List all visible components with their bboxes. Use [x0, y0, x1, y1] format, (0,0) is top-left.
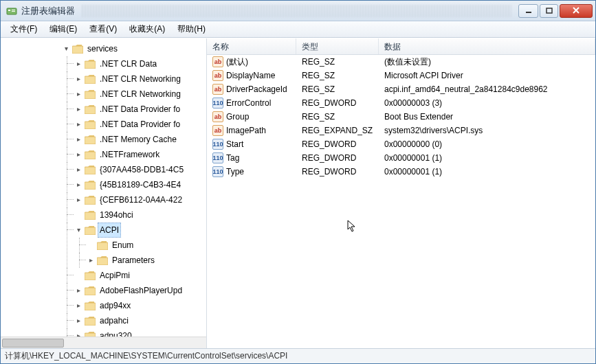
- svg-rect-10: [85, 76, 96, 84]
- expander-icon[interactable]: ▾: [75, 227, 82, 234]
- expander-icon[interactable]: ▸: [75, 91, 82, 98]
- tree-node-label[interactable]: Enum: [110, 238, 135, 253]
- tree-node[interactable]: ▸.NETFramework: [75, 147, 206, 162]
- titlebar[interactable]: 注册表编辑器: [1, 1, 595, 21]
- expander-icon[interactable]: ▸: [75, 181, 82, 189]
- value-row[interactable]: abImagePathREG_EXPAND_SZsystem32\drivers…: [207, 124, 595, 137]
- column-type-header[interactable]: 类型: [296, 38, 379, 54]
- expander-icon[interactable]: ▸: [75, 76, 82, 83]
- folder-icon: [85, 196, 96, 205]
- tree-node-label[interactable]: {45B18189-C4B3-4E4: [98, 177, 183, 192]
- tree-node[interactable]: ▸{CEFB6112-0A4A-422: [75, 192, 206, 207]
- menu-edit[interactable]: 编辑(E): [44, 21, 82, 37]
- tree-node-label[interactable]: adpu320: [98, 328, 134, 337]
- tree-node-label[interactable]: .NET Data Provider fo: [98, 102, 182, 117]
- tree-node-root[interactable]: ▾services: [63, 41, 206, 56]
- tree-node-label[interactable]: .NET CLR Data: [98, 56, 159, 71]
- tree-node[interactable]: ▸{45B18189-C4B3-4E4: [75, 177, 206, 192]
- folder-icon: [85, 211, 96, 220]
- tree-node[interactable]: ▸Parameters: [87, 253, 206, 268]
- expander-icon[interactable]: ▸: [75, 196, 82, 204]
- value-type: REG_SZ: [299, 84, 382, 94]
- tree-node[interactable]: ▸.NET Data Provider fo: [75, 117, 206, 132]
- tree-node[interactable]: ▸.NET CLR Networking: [75, 71, 206, 87]
- dword-value-icon: 110: [212, 166, 223, 177]
- list-body[interactable]: ab(默认)REG_SZ(数值未设置)abDisplayNameREG_SZMi…: [207, 55, 595, 348]
- expander-icon[interactable]: ▸: [75, 151, 82, 159]
- tree-node[interactable]: ▸AdobeFlashPlayerUpd: [75, 283, 206, 298]
- value-row[interactable]: ab(默认)REG_SZ(数值未设置): [207, 55, 595, 69]
- status-path: 计算机\HKEY_LOCAL_MACHINE\SYSTEM\CurrentCon…: [5, 350, 287, 362]
- maximize-button[interactable]: [540, 4, 558, 18]
- menu-help[interactable]: 帮助(H): [172, 21, 211, 37]
- window-buttons: [518, 4, 593, 18]
- tree-node-label[interactable]: {307AA458-DDB1-4C5: [98, 162, 186, 177]
- tree-node-label[interactable]: services: [85, 41, 120, 56]
- expander-icon[interactable]: ▸: [75, 317, 82, 325]
- value-type: REG_SZ: [299, 57, 382, 67]
- expander-icon[interactable]: ▸: [75, 287, 82, 295]
- tree-node[interactable]: ▾ACPI: [75, 223, 206, 238]
- svg-rect-9: [85, 61, 96, 69]
- value-row[interactable]: abDriverPackageIdREG_SZacpi.inf_amd64_ne…: [207, 82, 595, 96]
- horizontal-scrollbar[interactable]: [1, 337, 206, 348]
- tree-node-label[interactable]: .NET CLR Networking: [98, 87, 183, 102]
- menu-favorites[interactable]: 收藏夹(A): [124, 21, 170, 37]
- tree-node-label[interactable]: ACPI: [98, 223, 121, 238]
- expander-icon[interactable]: ▸: [75, 121, 82, 128]
- tree-node-label[interactable]: Parameters: [110, 253, 157, 268]
- svg-rect-22: [97, 258, 108, 265]
- tree-node[interactable]: ▸.NET CLR Data: [75, 56, 206, 71]
- value-row[interactable]: 110TagREG_DWORD0x00000001 (1): [207, 151, 595, 165]
- tree-node-label[interactable]: adp94xx: [98, 298, 133, 313]
- expander-icon[interactable]: ▸: [75, 106, 82, 113]
- expander-icon[interactable]: ▾: [63, 45, 70, 53]
- expander-icon[interactable]: ▸: [75, 136, 82, 144]
- tree-node-label[interactable]: adpahci: [98, 313, 131, 328]
- value-row[interactable]: 110TypeREG_DWORD0x00000001 (1): [207, 165, 595, 179]
- tree-node-label[interactable]: AcpiPmi: [98, 268, 132, 283]
- expander-icon[interactable]: ▸: [87, 257, 95, 264]
- value-row[interactable]: abGroupREG_SZBoot Bus Extender: [207, 110, 595, 124]
- tree-node[interactable]: ▸adp94xx: [75, 298, 206, 313]
- tree-node-label[interactable]: {CEFB6112-0A4A-422: [98, 192, 184, 207]
- tree-node[interactable]: AcpiPmi: [75, 268, 206, 283]
- tree-node[interactable]: ▸adpu320: [75, 328, 206, 337]
- tree-node[interactable]: Enum: [87, 238, 206, 253]
- svg-rect-2: [12, 10, 15, 10]
- value-data: 0x00000003 (3): [382, 98, 595, 108]
- value-row[interactable]: 110ErrorControlREG_DWORD0x00000003 (3): [207, 96, 595, 110]
- tree-node-label[interactable]: .NET CLR Networking: [98, 71, 183, 87]
- tree-node-label[interactable]: .NET Memory Cache: [98, 132, 179, 147]
- tree-view[interactable]: ▾services▸.NET CLR Data▸.NET CLR Network…: [1, 38, 206, 337]
- scroll-thumb[interactable]: [2, 339, 64, 348]
- value-row[interactable]: 110StartREG_DWORD0x00000000 (0): [207, 137, 595, 151]
- expander-icon[interactable]: ▸: [75, 60, 82, 68]
- tree-node[interactable]: ▸adpahci: [75, 313, 206, 328]
- column-data-header[interactable]: 数据: [379, 38, 595, 54]
- folder-icon: [85, 75, 96, 84]
- tree-node[interactable]: ▸{307AA458-DDB1-4C5: [75, 162, 206, 177]
- tree-node[interactable]: 1394ohci: [75, 207, 206, 223]
- menu-file[interactable]: 文件(F): [5, 21, 43, 37]
- tree-node-label[interactable]: .NET Data Provider fo: [98, 117, 182, 132]
- expander-icon[interactable]: ▸: [75, 166, 82, 174]
- menu-view[interactable]: 查看(V): [84, 21, 122, 37]
- column-name-header[interactable]: 名称: [207, 38, 296, 54]
- tree-node-label[interactable]: AdobeFlashPlayerUpd: [98, 283, 184, 298]
- tree-node[interactable]: ▸.NET CLR Networking: [75, 87, 206, 102]
- tree-node-label[interactable]: 1394ohci: [98, 207, 135, 223]
- value-row[interactable]: abDisplayNameREG_SZMicrosoft ACPI Driver: [207, 69, 595, 82]
- tree-node[interactable]: ▸.NET Memory Cache: [75, 132, 206, 147]
- tree-node[interactable]: ▸.NET Data Provider fo: [75, 102, 206, 117]
- close-button[interactable]: [560, 4, 593, 18]
- svg-rect-3: [12, 11, 15, 12]
- tree-node-label[interactable]: .NETFramework: [98, 147, 162, 162]
- svg-rect-11: [85, 91, 96, 99]
- menubar: 文件(F) 编辑(E) 查看(V) 收藏夹(A) 帮助(H): [1, 21, 595, 38]
- list-header: 名称 类型 数据: [207, 38, 595, 55]
- minimize-button[interactable]: [518, 4, 538, 18]
- expander-icon[interactable]: ▸: [75, 302, 82, 310]
- svg-rect-14: [85, 137, 96, 144]
- svg-rect-18: [85, 197, 96, 205]
